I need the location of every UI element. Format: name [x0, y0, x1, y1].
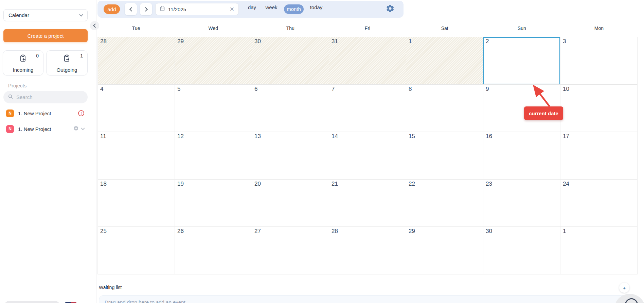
calendar-day-cell[interactable]: 5 [175, 85, 252, 132]
date-picker-value: 11/2025 [168, 6, 227, 12]
calendar-day-cell[interactable]: 28 [329, 227, 406, 274]
calendar-day-cell[interactable]: 23 [483, 180, 560, 227]
annotation-arrow-icon [527, 83, 554, 109]
calendar-day-cell[interactable]: 20 [252, 180, 329, 227]
calendar-day-cell[interactable]: 31 [329, 37, 406, 85]
day-header: Thu [252, 26, 329, 31]
calendar-day-cell[interactable]: 24 [560, 180, 638, 227]
calendar-day-cell[interactable]: 19 [175, 180, 252, 227]
sidebar: Calendar Create a project 0 Incoming 1 O… [0, 0, 96, 303]
calendar-day-cell[interactable]: 17 [560, 132, 638, 180]
project-alert-icon: ! [78, 110, 84, 116]
previous-month-button[interactable] [125, 3, 137, 15]
incoming-count: 0 [36, 53, 39, 58]
outgoing-clipboard-icon [62, 54, 71, 64]
calendar-day-cell[interactable]: 1 [560, 227, 638, 274]
project-list-item[interactable]: N1. New Project [0, 124, 96, 134]
calendar-day-cell[interactable]: 15 [406, 132, 483, 180]
calendar-day-cell[interactable]: 13 [252, 132, 329, 180]
create-project-button[interactable]: Create a project [3, 29, 88, 42]
project-name: 1. New Project [18, 126, 69, 132]
incoming-clipboard-icon [19, 54, 28, 64]
project-initial-badge: N [6, 125, 14, 133]
calendar-day-cell[interactable]: 1 [406, 37, 483, 85]
calendar-day-cell[interactable]: 11 [98, 132, 175, 180]
chevron-right-icon [143, 7, 148, 12]
chevron-down-icon[interactable] [81, 126, 85, 130]
calendar-day-cell[interactable]: 26 [175, 227, 252, 274]
calendar-day-cell[interactable]: 22 [406, 180, 483, 227]
calendar-day-cell[interactable]: 6 [252, 85, 329, 132]
calendar-day-cell[interactable]: 25 [98, 227, 175, 274]
calendar-select-label: Calendar [8, 12, 29, 18]
calendar-day-cell[interactable]: 16 [483, 132, 560, 180]
view-month-button[interactable]: month [284, 4, 304, 14]
clear-date-icon[interactable]: ✕ [230, 6, 234, 12]
outgoing-count: 1 [80, 53, 83, 58]
calendar-day-cell[interactable]: 3 [560, 37, 638, 85]
settings-gear-icon[interactable] [386, 4, 395, 14]
search-icon [8, 94, 13, 101]
chevron-down-icon [79, 13, 83, 16]
outgoing-card[interactable]: 1 Outgoing [46, 50, 88, 75]
calendar-day-cell[interactable]: 30 [252, 37, 329, 85]
date-picker-field[interactable]: 11/2025 ✕ [155, 3, 239, 15]
day-header: Sat [406, 26, 483, 31]
sidebar-divider [0, 294, 96, 294]
day-header: Fri [329, 26, 406, 31]
calendar-day-cell-current[interactable]: 2 [483, 37, 560, 85]
calendar-day-cell[interactable]: 14 [329, 132, 406, 180]
calendar-day-cell[interactable]: 28 [98, 37, 175, 85]
waiting-list-add-button[interactable]: + [619, 283, 629, 293]
chevron-left-icon [93, 23, 97, 28]
calendar-day-cell[interactable]: 8 [406, 85, 483, 132]
calendar-day-cell[interactable]: 27 [252, 227, 329, 274]
projects-section-label: Projects [8, 83, 26, 88]
calendar-day-cell[interactable]: 21 [329, 180, 406, 227]
project-initial-badge: N [6, 110, 14, 117]
day-header: Mon [560, 26, 638, 31]
waiting-list-title: Waiting list [99, 285, 122, 290]
add-event-button[interactable]: add [104, 4, 120, 14]
calendar-view-select[interactable]: Calendar [3, 9, 88, 21]
chevron-left-icon [129, 7, 134, 12]
calendar-icon [160, 6, 165, 13]
calendar-day-cell[interactable]: 7 [329, 85, 406, 132]
incoming-label: Incoming [3, 67, 43, 73]
sidebar-collapse-button[interactable] [90, 21, 99, 30]
project-list-item[interactable]: N1. New Project! [0, 108, 96, 118]
calendar-day-cell[interactable]: 10 [560, 85, 638, 132]
calendar-day-cell[interactable]: 4 [98, 85, 175, 132]
outgoing-label: Outgoing [47, 67, 87, 73]
calendar-day-cell[interactable]: 18 [98, 180, 175, 227]
calendar-day-cell[interactable]: 30 [483, 227, 560, 274]
day-header: Sun [483, 26, 560, 31]
next-month-button[interactable] [140, 3, 152, 15]
project-settings-gear-icon[interactable] [73, 125, 79, 132]
view-today-button[interactable]: today [305, 4, 327, 10]
view-week-button[interactable]: week [262, 4, 281, 10]
view-day-button[interactable]: day [243, 4, 261, 10]
calendar-day-cell[interactable]: 29 [406, 227, 483, 274]
search-input[interactable] [16, 94, 84, 100]
sidebar-bottom-pill[interactable] [4, 301, 60, 303]
day-headers-row: TueWedThuFriSatSunMon [97, 19, 638, 37]
month-calendar: TueWedThuFriSatSunMon 282930311234567891… [97, 19, 638, 274]
incoming-card[interactable]: 0 Incoming [3, 50, 43, 75]
project-name: 1. New Project [18, 111, 74, 116]
calendar-toolbar: add 11/2025 ✕ day week month today [97, 1, 404, 18]
calendar-grid: 2829303112345678910111213141516171819202… [97, 37, 638, 274]
project-search[interactable] [3, 91, 88, 103]
calendar-day-cell[interactable]: 12 [175, 132, 252, 180]
day-header: Tue [97, 26, 175, 31]
day-header: Wed [175, 26, 252, 31]
calendar-day-cell[interactable]: 29 [175, 37, 252, 85]
waiting-list-dropzone[interactable]: Drag and drop here to add an event [99, 295, 639, 303]
